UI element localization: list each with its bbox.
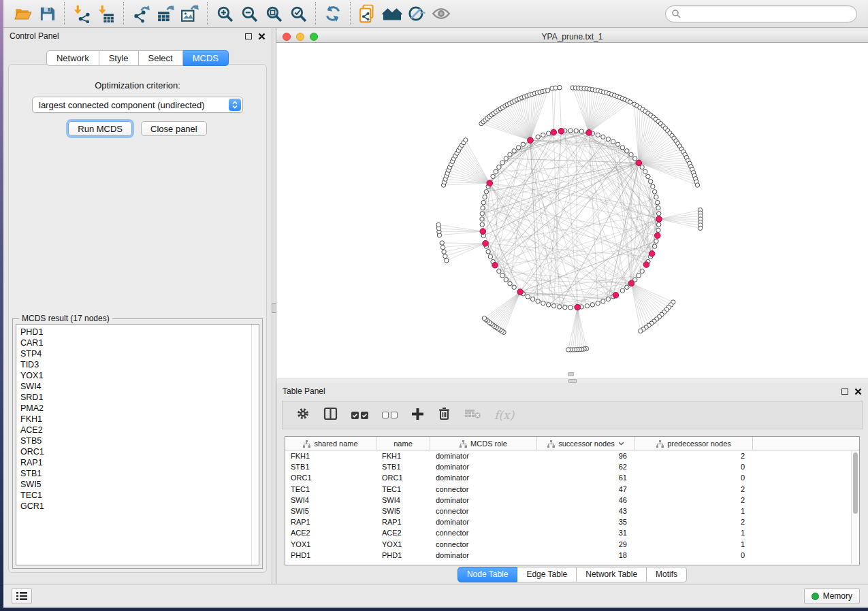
table-row[interactable]: YOX1YOX1connector291 <box>285 539 859 550</box>
criterion-select[interactable]: largest connected component (undirected) <box>32 97 243 113</box>
mcds-result-list[interactable]: PHD1CAR1STP4TID3YOX1SWI4SRD1PMA2FKH1ACE2… <box>16 324 259 565</box>
table-row[interactable]: STB1STB1dominator620 <box>285 461 859 472</box>
export-image-icon[interactable] <box>180 3 200 24</box>
mcds-result-item[interactable]: CAR1 <box>16 337 259 348</box>
mcds-result-item[interactable]: ACE2 <box>16 425 259 435</box>
minimize-window-icon[interactable] <box>296 33 304 41</box>
cell-predecessor-nodes: 0 <box>635 551 753 559</box>
close-window-icon[interactable] <box>283 33 291 41</box>
cell-predecessor-nodes: 2 <box>635 485 753 493</box>
cell-MCDS-role: connector <box>430 507 537 515</box>
close-panel-icon[interactable] <box>854 388 862 395</box>
table-row[interactable]: SWI5SWI5connector431 <box>285 506 859 516</box>
tab-style[interactable]: Style <box>99 50 139 66</box>
cell-predecessor-nodes: 1 <box>635 529 753 537</box>
column-header-MCDS-role[interactable]: MCDS role <box>430 437 537 450</box>
mcds-result-item[interactable]: TID3 <box>16 359 259 370</box>
save-icon[interactable] <box>37 3 57 24</box>
splitter-grip[interactable] <box>272 303 276 313</box>
open-icon[interactable] <box>12 3 33 24</box>
mcds-result-item[interactable]: FKH1 <box>16 414 259 425</box>
table-row[interactable]: SWI4SWI4dominator462 <box>285 495 859 506</box>
deselect-all-icon[interactable] <box>382 412 398 418</box>
search-box[interactable] <box>665 5 857 22</box>
task-history-button[interactable] <box>12 588 32 604</box>
function-builder-icon[interactable]: f(x) <box>494 408 514 422</box>
tab-motifs[interactable]: Motifs <box>647 567 687 582</box>
close-panel-icon[interactable] <box>258 33 266 40</box>
close-panel-button[interactable]: Close panel <box>141 121 207 136</box>
mcds-result-item[interactable]: SRD1 <box>16 392 259 403</box>
tab-network[interactable]: Network <box>46 50 99 66</box>
cell-shared-name: RAP1 <box>285 518 376 526</box>
list-icon <box>16 591 27 601</box>
column-header-name[interactable]: name <box>376 437 430 450</box>
mcds-result-item[interactable]: PMA2 <box>16 403 259 414</box>
table-row[interactable]: TEC1TEC1connector472 <box>285 484 859 495</box>
zoom-fit-icon[interactable] <box>263 3 284 24</box>
float-panel-icon[interactable] <box>841 389 848 395</box>
cell-shared-name: TEC1 <box>285 485 376 493</box>
network-canvas[interactable] <box>276 43 868 378</box>
search-input[interactable] <box>681 7 856 20</box>
mcds-result-item[interactable]: ORC1 <box>16 446 259 457</box>
mcds-result-item[interactable]: RAP1 <box>16 457 259 468</box>
import-table-icon[interactable] <box>96 3 116 24</box>
table-row[interactable]: ACE2ACE2connector311 <box>285 527 859 538</box>
tab-node-table[interactable]: Node Table <box>457 567 518 582</box>
float-panel-icon[interactable] <box>245 33 252 39</box>
table-settings-icon[interactable] <box>296 407 310 423</box>
tab-select[interactable]: Select <box>139 50 183 66</box>
import-network-icon[interactable] <box>71 3 92 24</box>
memory-status-icon <box>811 593 819 600</box>
table-scrollbar[interactable] <box>851 451 858 564</box>
network-window-titlebar[interactable]: YPA_prune.txt_1 <box>276 31 868 43</box>
table-panel-title: Table Panel <box>283 386 325 396</box>
tab-mcds[interactable]: MCDS <box>183 50 229 66</box>
mcds-result-item[interactable]: SWI4 <box>16 381 259 392</box>
mcds-list-scrollbar[interactable] <box>251 325 259 565</box>
cell-successor-nodes: 46 <box>537 496 635 504</box>
tab-edge-table[interactable]: Edge Table <box>517 567 577 582</box>
network-hscroll-thumb[interactable] <box>568 372 574 376</box>
tab-network-table[interactable]: Network Table <box>577 567 647 582</box>
column-header-successor-nodes[interactable]: successor nodes <box>537 437 635 450</box>
mcds-result-item[interactable]: STB1 <box>16 468 259 479</box>
column-header-predecessor-nodes[interactable]: predecessor nodes <box>635 437 753 450</box>
zoom-in-icon[interactable] <box>214 3 235 24</box>
maximize-window-icon[interactable] <box>310 33 318 41</box>
mcds-result-item[interactable]: YOX1 <box>16 370 259 381</box>
zoom-out-icon[interactable] <box>239 3 259 24</box>
table-row[interactable]: RAP1RAP1dominator352 <box>285 516 859 527</box>
memory-button[interactable]: Memory <box>804 588 860 604</box>
table-row[interactable]: FKH1FKH1dominator962 <box>285 450 859 461</box>
show-graphics-details-icon[interactable] <box>431 3 451 24</box>
mcds-result-item[interactable]: TEC1 <box>16 490 259 501</box>
sort-desc-icon <box>618 442 624 446</box>
vertical-splitter[interactable] <box>272 28 276 584</box>
hide-graphics-details-icon[interactable] <box>406 3 427 24</box>
zoom-selected-icon[interactable] <box>288 3 308 24</box>
export-network-icon[interactable] <box>131 3 151 24</box>
split-panel-icon[interactable] <box>323 407 338 423</box>
cell-name: ORC1 <box>376 474 430 482</box>
table-scrollbar-thumb[interactable] <box>853 452 858 514</box>
search-icon <box>671 9 681 18</box>
mcds-result-item[interactable]: STP4 <box>16 348 259 359</box>
column-header-shared-name[interactable]: shared name <box>285 437 376 450</box>
mcds-result-item[interactable]: SWI5 <box>16 479 259 490</box>
run-mcds-button[interactable]: Run MCDS <box>68 121 132 136</box>
add-column-icon[interactable] <box>411 408 424 423</box>
mcds-result-item[interactable]: STB5 <box>16 435 259 446</box>
mcds-result-item[interactable]: PHD1 <box>16 327 259 337</box>
select-all-icon[interactable] <box>351 412 368 419</box>
clone-network-icon[interactable] <box>357 3 378 24</box>
apply-layout-icon[interactable] <box>323 3 343 24</box>
table-row[interactable]: PHD1PHD1dominator180 <box>285 550 859 561</box>
delete-table-icon[interactable] <box>464 408 481 422</box>
delete-column-icon[interactable] <box>438 407 451 423</box>
export-table-icon[interactable] <box>155 3 176 24</box>
table-row[interactable]: ORC1ORC1dominator610 <box>285 472 859 483</box>
mcds-result-item[interactable]: GCR1 <box>16 501 259 512</box>
first-neighbors-icon[interactable] <box>382 3 402 24</box>
